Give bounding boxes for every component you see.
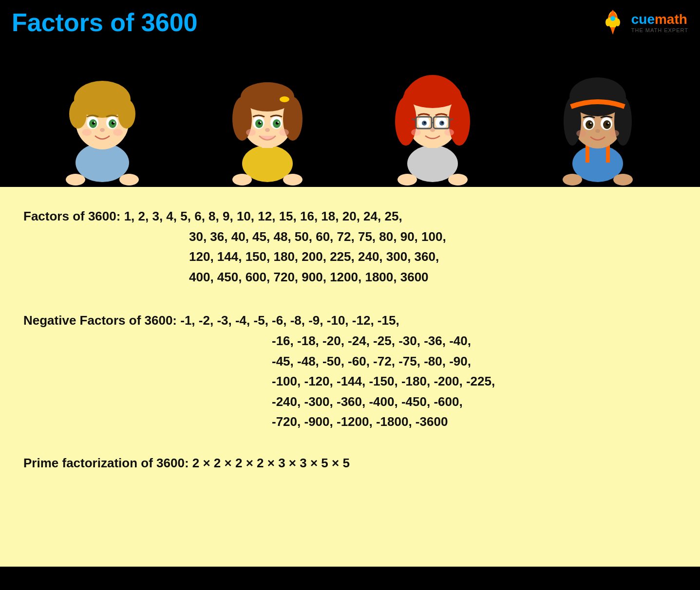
- character-boy-1: [44, 51, 161, 187]
- page-title: Factors of 3600: [12, 8, 198, 37]
- logo-cue: cue: [631, 12, 655, 27]
- svg-point-88: [563, 174, 582, 185]
- svg-point-21: [82, 129, 92, 136]
- svg-point-87: [609, 130, 619, 137]
- svg-point-62: [424, 122, 426, 124]
- content-section: Factors of 3600: 1, 2, 3, 4, 5, 6, 8, 9,…: [0, 187, 700, 567]
- svg-point-23: [66, 174, 85, 185]
- svg-point-63: [441, 122, 443, 124]
- svg-point-24: [119, 174, 139, 185]
- factors-values-1: 1, 2, 3, 4, 5, 6, 8, 9, 10, 12, 15, 16, …: [124, 209, 402, 223]
- character-2: [199, 41, 336, 187]
- factors-values-3: 120, 144, 150, 180, 200, 225, 240, 300, …: [23, 247, 677, 267]
- svg-point-3: [615, 18, 620, 26]
- negative-values-4: -100, -120, -144, -150, -180, -200, -225…: [23, 371, 677, 392]
- negative-values-1: -1, -2, -3, -4, -5, -6, -8, -9, -10, -12…: [180, 313, 399, 328]
- character-girl-2: [374, 51, 491, 187]
- logo-text: cuemath THE MATH EXPERT: [631, 12, 688, 33]
- factors-label: Factors of 3600:: [23, 209, 120, 223]
- negative-factors-line-1: Negative Factors of 3600: -1, -2, -3, -4…: [23, 311, 677, 331]
- negative-values-3: -45, -48, -50, -60, -72, -75, -80, -90,: [23, 351, 677, 372]
- svg-point-52: [404, 81, 461, 108]
- svg-point-39: [260, 122, 261, 123]
- prime-values: 2 × 2 × 2 × 2 × 3 × 3 × 5 × 5: [192, 456, 350, 470]
- svg-point-45: [283, 174, 303, 185]
- svg-point-18: [94, 122, 95, 123]
- negative-values-6: -720, -900, -1200, -1800, -3600: [23, 412, 677, 432]
- svg-point-19: [113, 122, 114, 123]
- svg-point-2: [605, 18, 610, 26]
- character-girl-3: [539, 51, 656, 187]
- logo-tagline: THE MATH EXPERT: [631, 27, 688, 33]
- svg-point-83: [590, 123, 592, 124]
- svg-point-20: [100, 128, 105, 132]
- prime-label: Prime factorization of 3600:: [23, 456, 189, 470]
- svg-point-44: [232, 174, 252, 185]
- svg-point-43: [279, 129, 289, 136]
- svg-point-64: [430, 128, 435, 132]
- factors-block: Factors of 3600: 1, 2, 3, 4, 5, 6, 8, 9,…: [23, 206, 677, 287]
- factors-line-1: Factors of 3600: 1, 2, 3, 4, 5, 6, 8, 9,…: [23, 206, 677, 227]
- svg-point-67: [397, 174, 417, 185]
- logo-area: cuemath THE MATH EXPERT: [598, 8, 688, 37]
- negative-factors-label: Negative Factors of 3600:: [23, 313, 177, 328]
- svg-point-66: [444, 129, 454, 136]
- characters-section: [0, 41, 700, 187]
- svg-point-41: [265, 128, 270, 132]
- character-3: [364, 41, 501, 187]
- prime-line: Prime factorization of 3600: 2 × 2 × 2 ×…: [23, 456, 677, 471]
- svg-point-32: [280, 96, 289, 102]
- character-girl-1: [209, 51, 326, 187]
- svg-point-89: [613, 174, 633, 185]
- character-1: [34, 41, 170, 187]
- factors-values-4: 400, 450, 600, 720, 900, 1200, 1800, 360…: [23, 267, 677, 288]
- svg-point-86: [576, 130, 586, 137]
- svg-point-65: [411, 129, 421, 136]
- logo-brand: cuemath: [631, 12, 687, 27]
- svg-point-10: [69, 99, 87, 129]
- character-4: [530, 41, 666, 187]
- svg-point-40: [277, 122, 279, 123]
- svg-point-42: [246, 129, 256, 136]
- svg-point-11: [118, 99, 135, 129]
- prime-block: Prime factorization of 3600: 2 × 2 × 2 ×…: [23, 456, 677, 471]
- negative-factors-block: Negative Factors of 3600: -1, -2, -3, -4…: [23, 311, 677, 432]
- svg-point-85: [595, 129, 600, 133]
- svg-point-84: [608, 123, 609, 124]
- rocket-icon: [598, 8, 627, 37]
- factors-values-2: 30, 36, 40, 45, 48, 50, 60, 72, 75, 80, …: [23, 227, 677, 247]
- header: Factors of 3600 cuemath THE MATH EXPERT: [0, 0, 700, 41]
- logo-math: math: [655, 12, 687, 27]
- negative-values-5: -240, -300, -360, -400, -450, -600,: [23, 392, 677, 412]
- svg-marker-5: [610, 27, 615, 35]
- svg-point-68: [448, 174, 468, 185]
- svg-point-4: [610, 16, 615, 21]
- negative-values-2: -16, -18, -20, -24, -25, -30, -36, -40,: [23, 331, 677, 351]
- svg-point-22: [113, 129, 123, 136]
